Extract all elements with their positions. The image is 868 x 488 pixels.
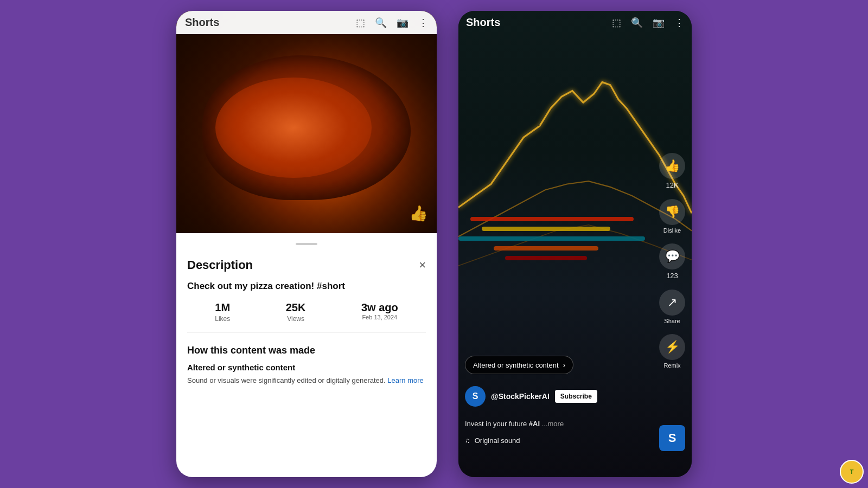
dislike-button[interactable]: 👎 Dislike: [659, 199, 685, 234]
stats-row: 1M Likes 25K Views 3w ago Feb 13, 2024: [187, 301, 426, 333]
camera-icon[interactable]: 📷: [397, 17, 409, 29]
desc-title: Description: [187, 258, 253, 272]
like-count: 12K: [666, 181, 678, 189]
close-button[interactable]: ×: [419, 258, 426, 272]
remix-icon-circle: ⚡: [659, 334, 685, 360]
music-note-icon: ♫: [465, 436, 470, 445]
streak-red: [470, 217, 634, 221]
dislike-icon-circle: 👎: [659, 199, 685, 225]
phone1: Shorts ⬚ 🔍 📷 ⋮ 👍 Description ×: [176, 11, 437, 477]
date-sub: Feb 13, 2024: [361, 314, 398, 320]
channel-avatar: S: [465, 386, 486, 407]
video-description: Invest in your future #AI ...more: [465, 419, 654, 428]
content-type-label: Altered or synthetic content: [187, 363, 426, 372]
bottom-channel-avatar[interactable]: S: [659, 425, 685, 451]
streak-orange: [494, 246, 599, 251]
search-icon[interactable]: 🔍: [375, 17, 387, 29]
dislike-label: Dislike: [663, 227, 681, 234]
phone1-topbar: Shorts ⬚ 🔍 📷 ⋮: [176, 11, 437, 34]
share-button[interactable]: ↗ Share: [659, 290, 685, 324]
phone1-logo: Shorts: [185, 16, 219, 29]
channel-name: @StockPickerAI: [491, 392, 550, 401]
comment-button[interactable]: 💬 123: [659, 243, 685, 280]
channel-bar: S @StockPickerAI Subscribe: [465, 386, 654, 407]
phone2-cast-icon[interactable]: ⬚: [612, 17, 621, 29]
remix-label: Remix: [663, 362, 680, 369]
stat-views: 25K Views: [286, 301, 306, 323]
more-icon[interactable]: ⋮: [418, 17, 428, 29]
phone2-topbar-icons: ⬚ 🔍 📷 ⋮: [612, 17, 684, 29]
pizza-thumbnail: [176, 11, 437, 233]
phone2: Shorts ⬚ 🔍 📷 ⋮: [458, 11, 692, 477]
video-desc-text: Invest in your future #AI ...more: [465, 420, 564, 428]
likes-value: 1M: [215, 301, 230, 314]
phone2-video: 👍 12K 👎 Dislike 💬 123 ↗ Share ⚡ Rem: [458, 11, 692, 477]
action-sidebar: 👍 12K 👎 Dislike 💬 123 ↗ Share ⚡ Rem: [659, 153, 685, 369]
views-value: 25K: [286, 301, 306, 314]
cast-icon[interactable]: ⬚: [356, 17, 365, 29]
views-label: Views: [286, 315, 306, 323]
color-streaks: [458, 217, 692, 325]
altered-chevron-icon: ›: [563, 361, 566, 369]
streak-gold: [482, 227, 610, 231]
phone2-camera-icon[interactable]: 📷: [653, 17, 665, 29]
subscribe-button[interactable]: Subscribe: [555, 390, 597, 403]
phone2-topbar: Shorts ⬚ 🔍 📷 ⋮: [458, 11, 692, 34]
phone1-video: 👍: [176, 11, 437, 233]
share-icon-circle: ↗: [659, 290, 685, 316]
share-label: Share: [664, 318, 680, 324]
content-type-desc-text: Sound or visuals were significantly edit…: [187, 376, 386, 384]
sound-bar: ♫ Original sound: [465, 436, 520, 445]
drag-pill: [296, 243, 317, 245]
made-section-title: How this content was made: [187, 345, 426, 356]
phone2-more-icon[interactable]: ⋮: [674, 17, 684, 29]
altered-banner[interactable]: Altered or synthetic content ›: [465, 356, 573, 374]
drag-indicator: [176, 233, 437, 249]
desc-header: Description ×: [187, 258, 426, 272]
like-button[interactable]: 👍 12K: [659, 153, 685, 189]
phone2-logo: Shorts: [466, 16, 500, 29]
comment-icon-circle: 💬: [659, 243, 685, 269]
streak-dark-red: [505, 256, 587, 260]
phone2-search-icon[interactable]: 🔍: [631, 17, 643, 29]
desc-main-text: Invest in your future: [465, 420, 527, 428]
stat-date: 3w ago Feb 13, 2024: [361, 301, 398, 323]
date-value: 3w ago: [361, 301, 398, 314]
streak-teal: [458, 236, 645, 241]
remix-button[interactable]: ⚡ Remix: [659, 334, 685, 369]
altered-banner-text: Altered or synthetic content: [473, 361, 559, 369]
watermark-letter: T: [850, 468, 854, 475]
description-panel: Description × Check out my pizza creatio…: [176, 249, 437, 395]
comment-count: 123: [666, 272, 678, 280]
learn-more-link[interactable]: Learn more: [387, 376, 423, 384]
like-icon-circle: 👍: [659, 153, 685, 179]
content-type-desc: Sound or visuals were significantly edit…: [187, 375, 426, 386]
phone1-topbar-icons: ⬚ 🔍 📷 ⋮: [356, 17, 428, 29]
video-title: Check out my pizza creation! #short: [187, 281, 426, 292]
more-link[interactable]: ...more: [542, 420, 564, 428]
watermark: T: [840, 460, 864, 484]
stat-likes: 1M Likes: [215, 301, 230, 323]
dark-overlay: [176, 11, 437, 233]
video-like-overlay[interactable]: 👍: [409, 204, 428, 222]
hashtag-ai: #AI: [529, 420, 540, 428]
sound-name: Original sound: [475, 436, 520, 445]
likes-label: Likes: [215, 315, 230, 323]
screens-container: Shorts ⬚ 🔍 📷 ⋮ 👍 Description ×: [176, 11, 692, 477]
